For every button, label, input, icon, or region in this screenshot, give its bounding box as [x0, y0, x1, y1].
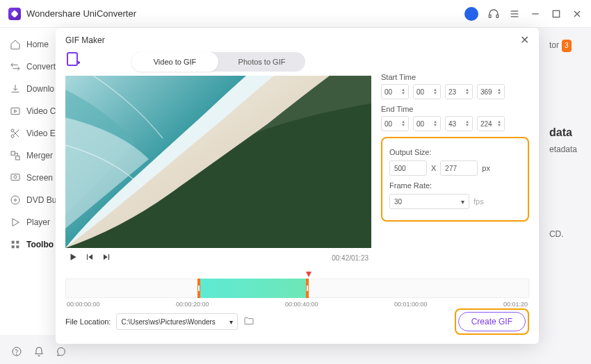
svg-marker-31	[88, 254, 92, 260]
sidebar-item-label: Video E	[26, 129, 56, 138]
sidebar-item-label: Downlo	[26, 84, 54, 94]
svg-rect-9	[11, 108, 19, 114]
svg-rect-33	[108, 254, 109, 260]
tick: 00:01:00:00	[394, 301, 428, 308]
bg-data-heading: data	[549, 123, 577, 143]
app-logo	[8, 8, 21, 20]
end-sec-input[interactable]: 43▲▼	[445, 116, 473, 131]
sidebar-item-label: Convert	[26, 62, 56, 72]
close-icon[interactable]: ✕	[520, 33, 529, 47]
tick: 00:00:20:00	[176, 301, 209, 308]
end-ms-input[interactable]: 224▲▼	[477, 116, 505, 131]
merger-icon	[10, 150, 21, 161]
svg-point-17	[14, 176, 17, 179]
svg-rect-16	[11, 174, 19, 181]
download-icon	[10, 83, 21, 94]
start-min-input[interactable]: 00▲▼	[413, 84, 441, 99]
bg-tor-label: tor	[549, 40, 559, 50]
maximize-button[interactable]	[551, 8, 562, 19]
end-hour-input[interactable]: 00▲▼	[381, 116, 409, 131]
player-icon	[10, 217, 21, 228]
help-icon[interactable]	[11, 346, 22, 357]
px-label: px	[482, 164, 490, 172]
badge: 3	[562, 40, 572, 52]
video-preview[interactable]	[65, 76, 371, 248]
svg-marker-29	[71, 254, 76, 260]
tick: 00:01:20	[503, 301, 528, 308]
svg-rect-0	[489, 15, 491, 17]
tab-photos-to-gif[interactable]: Photos to GIF	[218, 52, 305, 72]
play-button[interactable]	[68, 252, 78, 264]
svg-rect-15	[16, 156, 19, 160]
modal-title: GIF Maker	[65, 35, 105, 45]
scissors-icon	[10, 128, 21, 139]
width-input[interactable]: 500	[389, 160, 427, 176]
folder-icon[interactable]	[243, 315, 254, 328]
playhead[interactable]	[306, 272, 311, 277]
svg-point-11	[11, 135, 14, 138]
timeline[interactable]: 00:00:00:00 00:00:20:00 00:00:40:00 00:0…	[65, 274, 529, 301]
svg-marker-32	[104, 254, 108, 260]
tab-bar: Video to GIF Photos to GIF	[131, 52, 305, 72]
svg-rect-23	[12, 245, 15, 248]
time-display: 00:42/01:23	[332, 254, 369, 262]
minimize-button[interactable]	[530, 8, 541, 19]
output-size-label: Output Size:	[389, 148, 521, 156]
start-hour-input[interactable]: 00▲▼	[381, 84, 409, 99]
svg-rect-14	[11, 151, 15, 155]
add-file-icon[interactable]	[65, 51, 85, 70]
sidebar-item-label: Home	[26, 40, 49, 49]
start-time-label: Start Time	[381, 73, 529, 81]
height-input[interactable]: 277	[440, 160, 478, 176]
titlebar: Wondershare UniConverter	[0, 0, 591, 28]
svg-rect-1	[496, 15, 499, 17]
file-location-label: File Location:	[65, 317, 111, 326]
app-title: Wondershare UniConverter	[26, 8, 136, 19]
sidebar-item-label: Merger	[26, 151, 53, 160]
svg-point-10	[11, 129, 14, 132]
create-gif-button[interactable]: Create GIF	[458, 312, 526, 331]
svg-rect-22	[16, 241, 19, 244]
bg-data-sub: etadata	[549, 142, 577, 158]
user-avatar[interactable]	[464, 7, 478, 21]
sidebar-item-label: Video C	[26, 106, 56, 116]
frame-rate-select[interactable]: 30▾	[389, 194, 469, 209]
frame-rate-label: Frame Rate:	[389, 181, 521, 190]
sidebar-item-label: DVD Bu	[26, 195, 56, 205]
start-ms-input[interactable]: 369▲▼	[477, 84, 505, 99]
svg-point-26	[17, 354, 17, 355]
x-separator: X	[431, 164, 436, 172]
output-settings-box: Output Size: 500 X 277 px Frame Rate: 30…	[381, 137, 529, 222]
feedback-icon[interactable]	[56, 346, 67, 357]
tab-video-to-gif[interactable]: Video to GIF	[131, 52, 218, 72]
screen-record-icon	[10, 172, 21, 183]
end-min-input[interactable]: 00▲▼	[413, 116, 441, 131]
background-content: tor3 data etadata CD.	[549, 38, 577, 242]
svg-rect-24	[16, 245, 19, 248]
sidebar-item-label: Player	[26, 217, 50, 227]
svg-rect-27	[67, 53, 77, 65]
menu-icon[interactable]	[509, 8, 520, 19]
file-location-input[interactable]: C:\Users\ws\Pictures\Wonders▾	[116, 313, 238, 330]
next-frame-button[interactable]	[102, 252, 111, 264]
svg-rect-30	[87, 254, 88, 260]
sidebar-item-label: Toolbo	[26, 240, 54, 249]
tick: 00:00:40:00	[285, 301, 318, 308]
close-button[interactable]	[572, 8, 583, 19]
chevron-down-icon: ▾	[229, 318, 233, 326]
chevron-down-icon: ▾	[461, 198, 464, 206]
headset-icon[interactable]	[488, 8, 499, 19]
grid-icon	[10, 239, 21, 250]
bell-icon[interactable]	[33, 346, 44, 357]
home-icon	[10, 39, 21, 50]
svg-rect-21	[12, 241, 15, 244]
prev-frame-button[interactable]	[85, 252, 95, 264]
timeline-selection[interactable]	[197, 279, 309, 298]
gif-maker-modal: GIF Maker ✕ Video to GIF Photos to GIF	[56, 28, 539, 344]
svg-point-18	[11, 196, 19, 204]
start-sec-input[interactable]: 23▲▼	[445, 84, 473, 99]
disc-icon	[10, 195, 21, 206]
svg-rect-6	[553, 10, 559, 17]
end-time-label: End Time	[381, 105, 529, 113]
tick: 00:00:00:00	[67, 301, 100, 308]
